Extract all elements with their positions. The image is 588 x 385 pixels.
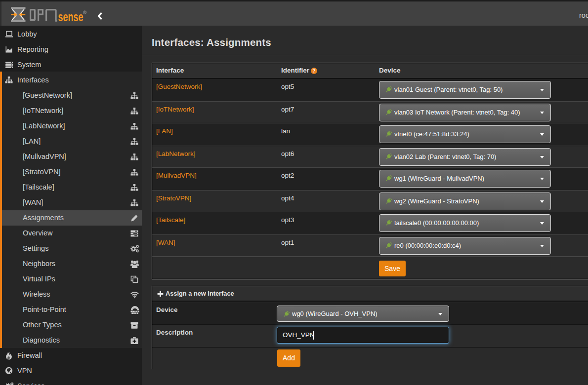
svg-text:sense: sense [58,9,84,24]
svg-text:R: R [84,11,86,14]
